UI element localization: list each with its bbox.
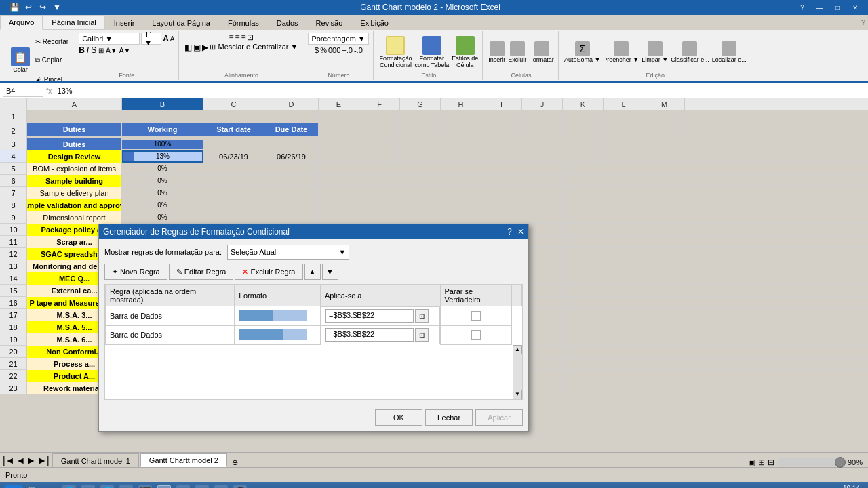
wrap-text-btn[interactable]: ⊡ [247, 33, 254, 42]
nav-last-tab[interactable]: ►| [37, 455, 50, 466]
cell-b9[interactable]: 0% [122, 211, 203, 224]
excluir-btn[interactable]: Excluir [508, 41, 526, 63]
cell-a2[interactable]: Duties [27, 123, 122, 136]
align-mid-btn[interactable]: ≡ [235, 33, 239, 42]
cell-reference-box[interactable] [3, 85, 43, 97]
page-layout-btn[interactable]: ⊞ [758, 458, 765, 467]
font-color-btn[interactable]: A▼ [119, 47, 131, 54]
border-btn[interactable]: ⊞ [98, 47, 104, 54]
fill-color-btn[interactable]: A▼ [106, 47, 117, 54]
cmd-icon[interactable]: ⬛ [138, 485, 152, 488]
col-header-h[interactable]: H [441, 98, 481, 110]
quick-access-toolbar[interactable]: 💾 ↩ ↪ ▼ [5, 1, 66, 14]
cell-c6[interactable] [203, 175, 264, 187]
tab-exibicao[interactable]: Exibição [351, 15, 397, 30]
font-increase-btn[interactable]: A [163, 34, 169, 43]
cell-k1[interactable] [563, 110, 604, 123]
cell-d1[interactable] [264, 110, 319, 123]
cell-f4[interactable] [359, 150, 400, 163]
percent-btn[interactable]: % [320, 46, 327, 54]
cell-c7[interactable] [203, 187, 264, 199]
tab-formulas[interactable]: Fórmulas [219, 15, 268, 30]
cell-e1[interactable] [319, 110, 359, 123]
cell-d9[interactable] [264, 211, 319, 224]
zoom-slider[interactable] [777, 458, 845, 466]
inserir-btn[interactable]: Inserir [488, 41, 505, 63]
tab-pagina-inicial[interactable]: Página Inicial [43, 15, 104, 30]
cell-m1[interactable] [644, 110, 685, 123]
excel-icon[interactable]: X [157, 485, 171, 488]
cell-d8[interactable] [264, 199, 319, 211]
cell-a8[interactable]: Sample validation and approval [27, 199, 122, 211]
customize-qa[interactable]: ▼ [51, 1, 63, 14]
cell-b4[interactable]: 13% [122, 150, 203, 163]
undo-btn-qa[interactable]: ↩ [22, 1, 35, 14]
search-icon[interactable]: 🔍 [27, 485, 41, 488]
colar-btn[interactable]: 📋 Colar [7, 41, 34, 80]
cell-b6[interactable]: 0% [122, 175, 203, 187]
window-controls[interactable]: ? — □ ✕ [795, 3, 863, 12]
cell-g1[interactable] [400, 110, 441, 123]
settings-icon[interactable]: ⚙ [119, 485, 133, 488]
cell-d6[interactable] [264, 175, 319, 187]
cell-i2[interactable] [481, 123, 522, 136]
vertical-scrollbar[interactable]: ▲ ▼ [513, 345, 522, 399]
cond-format-btn[interactable]: Formatação Condicional [379, 36, 412, 68]
preencher-btn[interactable]: Preencher ▼ [603, 41, 639, 63]
col-header-l[interactable]: L [604, 98, 644, 110]
cell-c9[interactable] [203, 211, 264, 224]
normal-view-btn[interactable]: ▣ [748, 458, 755, 467]
cell-d7[interactable] [264, 187, 319, 199]
col-header-b[interactable]: B [122, 98, 203, 110]
task-view-icon[interactable]: ⊟ [45, 485, 58, 488]
stop-checkbox-1[interactable] [471, 311, 481, 321]
font-family-select[interactable]: Calibri ▼ [79, 33, 140, 45]
classificar-btn[interactable]: Classificar e... [671, 41, 709, 63]
skype-icon[interactable]: S [214, 485, 228, 488]
autosum-btn[interactable]: Σ AutoSoma ▼ [564, 41, 600, 63]
cell-rest-5[interactable] [319, 163, 563, 175]
col-header-g[interactable]: G [400, 98, 441, 110]
cell-h2[interactable] [441, 123, 481, 136]
cell-f2[interactable] [359, 123, 400, 136]
cell-c1[interactable] [203, 110, 264, 123]
font-decrease-btn[interactable]: A [170, 35, 175, 43]
cell-e3[interactable] [319, 138, 359, 150]
col-header-j[interactable]: J [522, 98, 563, 110]
cell-g3-m3[interactable] [400, 138, 604, 150]
save-btn-qa[interactable]: 💾 [8, 1, 20, 14]
applies-to-select-1[interactable]: ⊡ [415, 309, 429, 323]
cell-c2[interactable]: Start date [203, 123, 264, 136]
move-up-btn[interactable]: ▲ [304, 264, 321, 280]
rule-applies-1[interactable]: =$B$3:$B$22 ⊡ [321, 306, 439, 325]
maximize-btn[interactable]: □ [830, 3, 845, 12]
cell-a7[interactable]: Sample delivery plan [27, 187, 122, 199]
new-sheet-btn[interactable]: ⊕ [229, 458, 242, 467]
number-format-select[interactable]: Porcentagem ▼ [308, 33, 369, 45]
cell-a3[interactable]: Duties [27, 138, 122, 150]
stop-checkbox-2[interactable] [471, 330, 481, 340]
col-header-c[interactable]: C [203, 98, 264, 110]
cell-b7[interactable]: 0% [122, 187, 203, 199]
col-header-e[interactable]: E [319, 98, 359, 110]
delete-rule-btn[interactable]: ✕ Excluir Regra [235, 264, 302, 280]
cell-l2[interactable] [604, 123, 644, 136]
nav-first-tab[interactable]: |◄ [3, 455, 15, 466]
cell-d2[interactable]: Due Date [264, 123, 319, 136]
fechar-button[interactable]: Fechar [425, 409, 473, 426]
rule-row-1[interactable]: Barra de Dados =$B$3:$B$22 ⊡ [106, 306, 522, 326]
redo-btn-qa[interactable]: ↪ [37, 1, 49, 14]
align-top-btn[interactable]: ≡ [229, 33, 233, 42]
cell-h1[interactable] [441, 110, 481, 123]
new-rule-btn[interactable]: ✦ Nova Regra [104, 264, 167, 280]
cell-b1[interactable] [122, 110, 203, 123]
cell-b8[interactable]: 0% [122, 199, 203, 211]
cell-b3[interactable]: 100% [122, 138, 203, 150]
rule-row-2[interactable]: Barra de Dados =$B$3:$B$22 ⊡ [106, 325, 522, 344]
tab-arquivo[interactable]: Arquivo [0, 15, 43, 30]
applies-to-select-2[interactable]: ⊡ [415, 328, 429, 342]
scroll-track[interactable] [513, 354, 522, 390]
cell-b5[interactable]: 0% [122, 163, 203, 175]
cell-j1[interactable] [522, 110, 563, 123]
pincel-btn[interactable]: 🖌 Pincel [35, 70, 68, 83]
